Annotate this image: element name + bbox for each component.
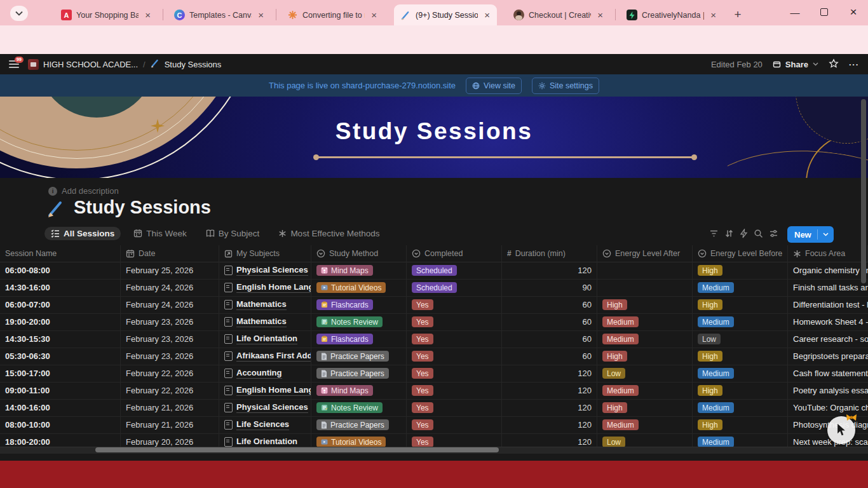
- cell-session-name[interactable]: 15:00-17:00: [0, 365, 121, 382]
- cell-study-method[interactable]: Flashcards: [311, 296, 407, 313]
- energy-before-badge[interactable]: Medium: [698, 437, 734, 447]
- cell-completed[interactable]: Yes: [407, 416, 502, 433]
- completed-badge[interactable]: Scheduled: [412, 265, 457, 276]
- tab-close-icon[interactable]: ×: [709, 10, 718, 20]
- tab-close-icon[interactable]: ×: [369, 10, 379, 20]
- cell-energy-after[interactable]: Medium: [597, 382, 693, 399]
- cell-duration[interactable]: 120: [502, 399, 597, 416]
- cell-subject[interactable]: Accounting: [219, 365, 311, 382]
- cell-energy-before[interactable]: Medium: [693, 365, 788, 382]
- cell-focus-area[interactable]: Organic chemistry fina: [788, 262, 868, 279]
- study-method-badge[interactable]: Practice Papers: [316, 368, 389, 379]
- subject-link[interactable]: Accounting: [236, 368, 282, 379]
- horizontal-scrollbar-thumb[interactable]: [95, 447, 499, 452]
- study-method-badge[interactable]: Practice Papers: [316, 419, 389, 430]
- new-row-button[interactable]: New: [787, 226, 834, 243]
- close-button[interactable]: ×: [839, 0, 868, 24]
- cell-study-method[interactable]: Practice Papers: [311, 365, 407, 382]
- subject-link[interactable]: Mathematics: [236, 299, 287, 310]
- cell-session-name[interactable]: 14:00-16:00: [0, 399, 121, 416]
- completed-badge[interactable]: Yes: [412, 402, 433, 413]
- completed-badge[interactable]: Yes: [412, 351, 433, 362]
- column-header-energy-level-after[interactable]: Energy Level After: [597, 245, 693, 262]
- cell-date[interactable]: February 25, 2026: [121, 262, 219, 279]
- cell-duration[interactable]: 60: [502, 296, 597, 313]
- cell-study-method[interactable]: Notes Review: [311, 313, 407, 330]
- tab-search-button[interactable]: [10, 6, 28, 21]
- column-header-energy-level-before[interactable]: Energy Level Before: [693, 245, 788, 262]
- cell-date[interactable]: February 21, 2026: [121, 416, 219, 433]
- browser-tab[interactable]: Checkout | Creatively×: [507, 4, 610, 25]
- energy-before-badge[interactable]: High: [698, 385, 722, 396]
- cell-focus-area[interactable]: Poetry analysis essay fi: [788, 382, 868, 399]
- energy-after-badge[interactable]: Medium: [602, 316, 639, 327]
- subject-link[interactable]: Physical Sciences: [236, 402, 308, 413]
- cell-session-name[interactable]: 06:00-08:00: [0, 262, 121, 279]
- subject-link[interactable]: English Home Language: [236, 282, 311, 293]
- completed-badge[interactable]: Yes: [412, 334, 433, 344]
- study-method-badge[interactable]: Mind Maps: [316, 265, 373, 276]
- cell-completed[interactable]: Yes: [407, 399, 502, 416]
- energy-before-badge[interactable]: Medium: [698, 368, 734, 379]
- view-options-icon[interactable]: [769, 229, 778, 241]
- study-method-badge[interactable]: Notes Review: [316, 402, 383, 413]
- cell-study-method[interactable]: Mind Maps: [311, 382, 407, 399]
- vertical-scrollbar-thumb[interactable]: [861, 99, 866, 283]
- cell-energy-after[interactable]: High: [597, 399, 693, 416]
- completed-badge[interactable]: Yes: [412, 299, 433, 310]
- browser-tab[interactable]: Converting file to ma×: [281, 4, 384, 25]
- completed-badge[interactable]: Yes: [412, 368, 433, 379]
- cell-energy-after[interactable]: Medium: [597, 313, 693, 330]
- view-tab-this-week[interactable]: This Week: [127, 227, 193, 240]
- cell-focus-area[interactable]: Begripstoets preparati: [788, 348, 868, 365]
- energy-before-badge[interactable]: High: [698, 351, 722, 362]
- cell-energy-before[interactable]: High: [693, 382, 788, 399]
- cell-study-method[interactable]: Tutorial Videos: [311, 279, 407, 296]
- cell-subject[interactable]: Life Sciences: [219, 416, 311, 433]
- cell-completed[interactable]: Yes: [407, 296, 502, 313]
- cell-completed[interactable]: Scheduled: [407, 262, 502, 279]
- cell-energy-after[interactable]: High: [597, 296, 693, 313]
- study-method-badge[interactable]: Flashcards: [316, 299, 373, 310]
- cell-session-name[interactable]: 19:00-20:00: [0, 313, 121, 330]
- breadcrumb-workspace[interactable]: HIGH SCHOOL ACADE...: [43, 60, 138, 69]
- cell-study-method[interactable]: Practice Papers: [311, 348, 407, 365]
- tab-close-icon[interactable]: ×: [256, 10, 266, 20]
- automation-bolt-icon[interactable]: [740, 229, 748, 241]
- cell-focus-area[interactable]: Finish small tasks and c: [788, 279, 868, 296]
- cell-study-method[interactable]: Mind Maps: [311, 262, 407, 279]
- cell-subject[interactable]: Mathematics: [219, 313, 311, 330]
- energy-after-badge[interactable]: High: [602, 299, 627, 310]
- add-description-button[interactable]: i Add description: [48, 186, 119, 196]
- cell-energy-after[interactable]: Medium: [597, 330, 693, 348]
- cell-session-name[interactable]: 06:00-07:00: [0, 296, 121, 313]
- cell-session-name[interactable]: 08:00-10:00: [0, 416, 121, 433]
- cell-energy-before[interactable]: High: [693, 416, 788, 433]
- search-icon[interactable]: [754, 229, 763, 241]
- completed-badge[interactable]: Yes: [412, 419, 433, 430]
- cell-energy-before[interactable]: Medium: [693, 399, 788, 416]
- cell-energy-before[interactable]: High: [693, 348, 788, 365]
- subject-link[interactable]: Life Orientation: [236, 437, 297, 447]
- cell-duration[interactable]: 60: [502, 313, 597, 330]
- cell-study-method[interactable]: Practice Papers: [311, 416, 407, 433]
- completed-badge[interactable]: Yes: [412, 437, 433, 447]
- cell-energy-after[interactable]: [597, 279, 693, 296]
- cell-completed[interactable]: Yes: [407, 348, 502, 365]
- tab-close-icon[interactable]: ×: [595, 10, 605, 20]
- cell-duration[interactable]: 60: [502, 348, 597, 365]
- energy-before-badge[interactable]: Medium: [698, 316, 734, 327]
- browser-tab[interactable]: CreativelyNanda | Cre×: [620, 4, 723, 25]
- sidebar-menu-icon[interactable]: 99: [9, 60, 19, 68]
- cell-subject[interactable]: Afrikaans First Additional La: [219, 348, 311, 365]
- sort-icon[interactable]: [724, 229, 734, 241]
- cell-date[interactable]: February 23, 2026: [121, 313, 219, 330]
- energy-after-badge[interactable]: Medium: [602, 419, 639, 430]
- completed-badge[interactable]: Scheduled: [412, 282, 457, 293]
- cell-energy-before[interactable]: Medium: [693, 313, 788, 330]
- cell-date[interactable]: February 23, 2026: [121, 348, 219, 365]
- column-header-my-subjects[interactable]: My Subjects: [219, 245, 311, 262]
- energy-after-badge[interactable]: Low: [602, 437, 625, 447]
- cell-study-method[interactable]: Flashcards: [311, 330, 407, 348]
- cell-duration[interactable]: 120: [502, 416, 597, 433]
